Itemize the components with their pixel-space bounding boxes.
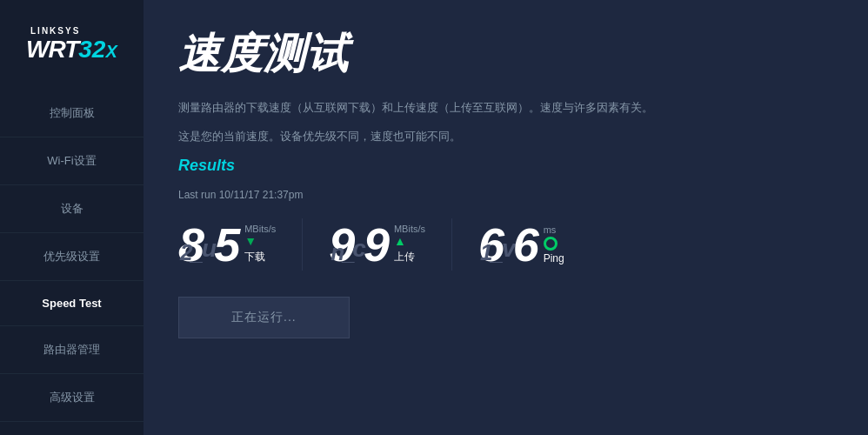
download-metric: 8u5 2_ MBits/s ▼ 下载 <box>178 221 276 268</box>
ping-number-wrapper: 6v6 1_ <box>478 221 537 268</box>
sidebar-item-router[interactable]: 路由器管理 <box>0 326 144 374</box>
ping-overlay: 1_ <box>480 239 502 266</box>
upload-label: 上传 <box>394 250 415 264</box>
ping-labels: ms Ping <box>544 224 564 264</box>
model-number: 32 <box>78 36 105 64</box>
ping-label: Ping <box>544 252 564 264</box>
sidebar-nav: 控制面板 Wi-Fi设置 设备 优先级设置 Speed Test 路由器管理 高… <box>0 90 144 422</box>
upload-overlay: n_ <box>331 239 353 266</box>
ping-metric: 6v6 1_ ms Ping <box>478 221 564 268</box>
wrt-logo: WRT32X <box>26 36 117 64</box>
upload-arrow: ▲ <box>394 234 406 248</box>
sidebar-item-priority[interactable]: 优先级设置 <box>0 233 144 281</box>
upload-number-wrapper: 9c9 n_ <box>329 221 387 268</box>
download-number-wrapper: 8u5 2_ <box>178 221 237 268</box>
sidebar-item-wifi[interactable]: Wi-Fi设置 <box>0 137 144 185</box>
model-x: X <box>105 42 117 62</box>
sidebar-item-devices[interactable]: 设备 <box>0 185 144 233</box>
download-unit: MBits/s <box>244 224 276 234</box>
download-label: 下载 <box>244 250 265 264</box>
logo-area: LINKSYS WRT32X <box>0 17 144 90</box>
ping-status-icon <box>544 237 558 251</box>
results-label: Results <box>178 157 833 175</box>
sidebar-item-dashboard[interactable]: 控制面板 <box>0 90 144 137</box>
wrt-text: WRT <box>26 36 78 64</box>
download-overlay: 2_ <box>180 239 202 266</box>
metrics-row: 8u5 2_ MBits/s ▼ 下载 9c9 n_ MBits/s ▲ 上传 <box>178 218 833 271</box>
upload-labels: MBits/s ▲ 上传 <box>394 224 425 264</box>
ping-unit: ms <box>544 224 557 235</box>
linksys-logo-text: LINKSYS <box>30 26 80 36</box>
download-labels: MBits/s ▼ 下载 <box>244 224 276 264</box>
last-run-text: Last run 10/11/17 21:37pm <box>178 189 833 201</box>
sidebar-item-speedtest[interactable]: Speed Test <box>0 281 144 326</box>
separator-1 <box>302 218 303 271</box>
upload-unit: MBits/s <box>394 224 425 234</box>
run-button[interactable]: 正在运行... <box>178 297 350 338</box>
description-1: 测量路由器的下载速度（从互联网下载）和上传速度（上传至互联网）。速度与许多因素有… <box>178 99 833 117</box>
page-title: 速度测试 <box>178 26 833 82</box>
description-2: 这是您的当前速度。设备优先级不同，速度也可能不同。 <box>178 128 833 146</box>
sidebar: LINKSYS WRT32X 控制面板 Wi-Fi设置 设备 优先级设置 Spe… <box>0 0 144 435</box>
download-arrow: ▼ <box>244 234 257 248</box>
main-content: 速度测试 测量路由器的下载速度（从互联网下载）和上传速度（上传至互联网）。速度与… <box>144 0 868 435</box>
upload-metric: 9c9 n_ MBits/s ▲ 上传 <box>329 221 425 268</box>
sidebar-item-advanced[interactable]: 高级设置 <box>0 374 144 422</box>
separator-2 <box>451 218 452 271</box>
